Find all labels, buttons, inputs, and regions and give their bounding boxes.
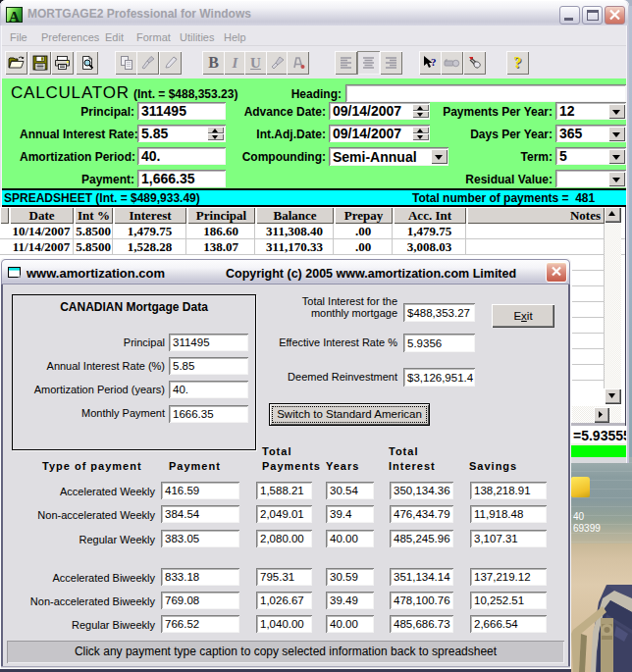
svg-text:?: ? xyxy=(431,56,437,68)
